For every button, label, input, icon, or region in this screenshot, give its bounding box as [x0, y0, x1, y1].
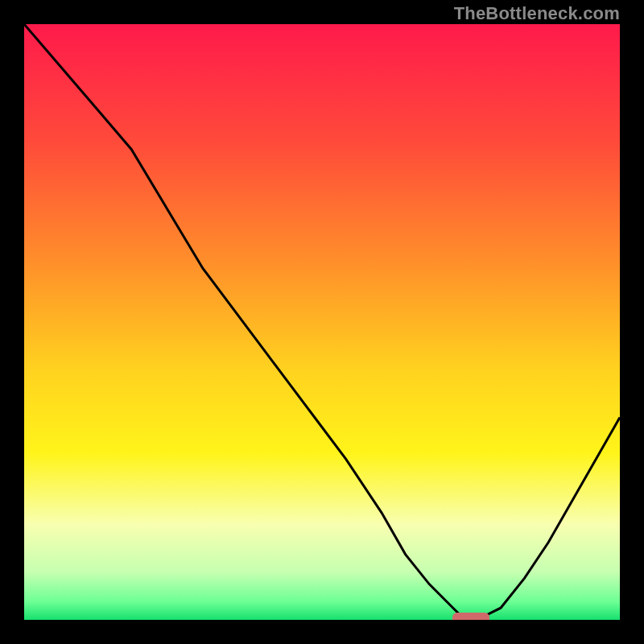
- gradient-background: [24, 24, 620, 620]
- chart-svg: [24, 24, 620, 620]
- outer-frame: TheBottleneck.com: [0, 0, 644, 644]
- optimal-marker: [452, 613, 489, 620]
- watermark-text: TheBottleneck.com: [454, 3, 620, 24]
- plot-area: [24, 24, 620, 620]
